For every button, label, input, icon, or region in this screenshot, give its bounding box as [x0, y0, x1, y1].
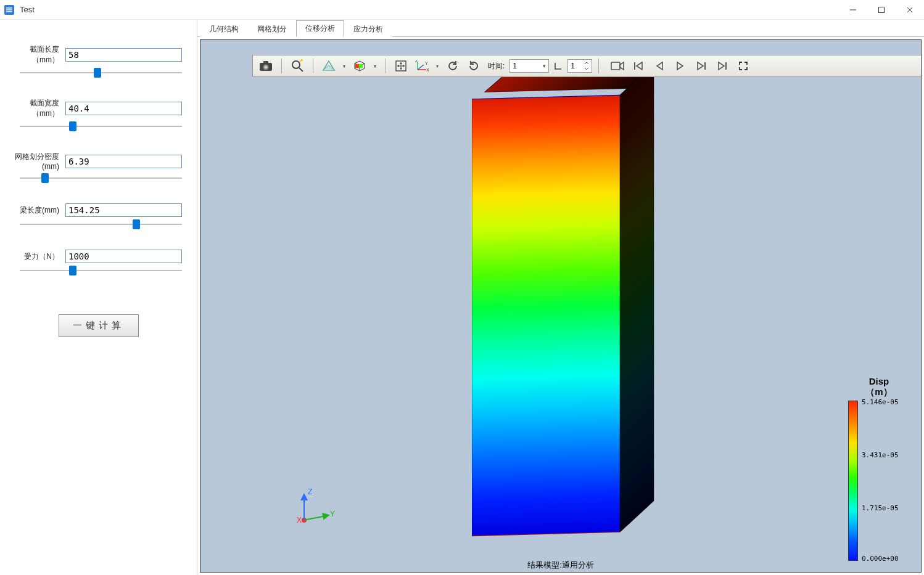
first-frame-button[interactable]: [631, 59, 646, 73]
axis-orient-button[interactable]: ZYX: [413, 57, 431, 75]
axis-z-label: Z: [308, 487, 312, 496]
param-section-width: 截面宽度（mm）: [15, 98, 182, 133]
result-model-label: 结果模型:通用分析: [527, 560, 594, 571]
legend-color-bar: [848, 401, 858, 561]
svg-line-17: [418, 65, 424, 70]
legend-title-1: Disp: [869, 376, 889, 386]
contour-button[interactable]: [350, 57, 369, 75]
axis-x-label: X: [297, 516, 302, 524]
param-beam-length: 梁长度(mm): [15, 203, 182, 231]
legend-max: 5.146e-05: [862, 398, 899, 406]
svg-rect-2: [879, 7, 885, 12]
app-icon: [4, 4, 15, 15]
param-force: 受力（N）: [15, 250, 182, 277]
fit-view-button[interactable]: [392, 57, 410, 75]
section-width-input[interactable]: [65, 102, 182, 115]
time-label: 时间:: [488, 61, 505, 71]
svg-text:Y: Y: [425, 61, 428, 65]
svg-rect-12: [355, 64, 359, 68]
viz-3d[interactable]: Z Y X Disp （m） 5.146e-05: [200, 40, 921, 572]
param-label: 截面长度（mm）: [15, 44, 59, 65]
record-button[interactable]: [610, 59, 625, 73]
legend-midl: 1.715e-05: [862, 504, 899, 512]
viewer-toolbar: ▾ ▾ ZYX ▾: [252, 55, 921, 77]
tab-mesh[interactable]: 网格划分: [248, 21, 296, 37]
svg-point-9: [265, 66, 268, 69]
legend-title: Disp （m）: [848, 377, 910, 397]
section-length-input[interactable]: [65, 48, 182, 62]
fullscreen-button[interactable]: [736, 59, 751, 73]
frame-value: 1: [571, 62, 584, 70]
tab-displacement[interactable]: 位移分析: [296, 20, 344, 37]
right-panel: 几何结构 网格划分 位移分析 应力分析: [197, 20, 924, 575]
mesh-density-slider[interactable]: [20, 173, 182, 183]
beam-side-face: [620, 63, 654, 532]
param-label: 梁长度(mm): [15, 205, 59, 216]
param-mesh-density: 网格划分密度(mm): [15, 152, 182, 185]
rotate-ccw-button[interactable]: [443, 57, 462, 75]
viewport[interactable]: Z Y X Disp （m） 5.146e-05: [200, 39, 922, 573]
param-label: 网格划分密度(mm): [15, 152, 59, 171]
time-combo-value: 1: [513, 62, 517, 70]
frame-number[interactable]: 1: [567, 59, 592, 73]
prev-frame-button[interactable]: [652, 59, 667, 73]
display-mode-button[interactable]: [320, 57, 338, 75]
contour-dropdown[interactable]: ▾: [371, 63, 379, 69]
section-length-slider[interactable]: [20, 68, 182, 78]
legend-labels: 5.146e-05 3.431e-05 1.715e-05 0.000e+00: [858, 401, 910, 561]
close-button[interactable]: [896, 0, 924, 19]
playback-controls: [610, 59, 751, 73]
svg-text:X: X: [426, 68, 429, 72]
right-angle-icon: [551, 57, 565, 75]
color-legend: Disp （m） 5.146e-05 3.431e-05 1.715e-05 0…: [848, 377, 910, 561]
beam-length-input[interactable]: [65, 203, 182, 217]
svg-point-10: [292, 61, 300, 68]
calculate-button[interactable]: 一键计算: [59, 314, 139, 337]
force-slider[interactable]: [20, 266, 182, 275]
parameter-panel: 截面长度（mm） 截面宽度（mm） 网格划分密度(mm) 梁长度(mm): [0, 20, 197, 575]
rotate-cw-button[interactable]: [464, 57, 483, 75]
legend-min: 0.000e+00: [862, 555, 899, 563]
maximize-button[interactable]: [867, 0, 896, 19]
force-input[interactable]: [65, 250, 182, 263]
next-frame-button[interactable]: [694, 59, 709, 73]
zoom-tool-button[interactable]: [288, 57, 307, 75]
svg-rect-21: [611, 62, 620, 70]
section-width-slider[interactable]: [20, 121, 182, 131]
beam-front-face: [472, 95, 620, 536]
time-combo[interactable]: 1▾: [509, 59, 549, 73]
display-mode-dropdown[interactable]: ▾: [340, 63, 348, 69]
titlebar: Test: [0, 0, 924, 20]
param-label: 截面宽度（mm）: [15, 98, 59, 119]
tab-strip: 几何结构 网格划分 位移分析 应力分析: [197, 20, 924, 37]
legend-title-2: （m）: [865, 386, 892, 397]
param-section-length: 截面长度（mm）: [15, 44, 182, 80]
snapshot-button[interactable]: [257, 57, 275, 75]
param-label: 受力（N）: [15, 251, 59, 262]
axis-triad: Z Y X: [293, 486, 342, 529]
axis-orient-dropdown[interactable]: ▾: [434, 63, 441, 69]
axis-y-label: Y: [330, 510, 335, 518]
tab-stress[interactable]: 应力分析: [344, 21, 392, 37]
svg-line-5: [304, 515, 329, 520]
tab-geometry[interactable]: 几何结构: [200, 21, 248, 37]
minimize-button[interactable]: [839, 0, 867, 19]
beam-model[interactable]: [472, 95, 620, 536]
beam-length-slider[interactable]: [20, 219, 182, 229]
last-frame-button[interactable]: [715, 59, 730, 73]
window-title: Test: [20, 5, 35, 14]
svg-rect-13: [359, 64, 363, 68]
window-controls: [839, 0, 924, 19]
svg-line-11: [299, 68, 303, 71]
legend-midh: 3.431e-05: [862, 451, 899, 459]
svg-text:Z: Z: [415, 60, 418, 63]
play-button[interactable]: [673, 59, 688, 73]
mesh-density-input[interactable]: [65, 155, 182, 168]
svg-rect-7: [263, 61, 268, 63]
